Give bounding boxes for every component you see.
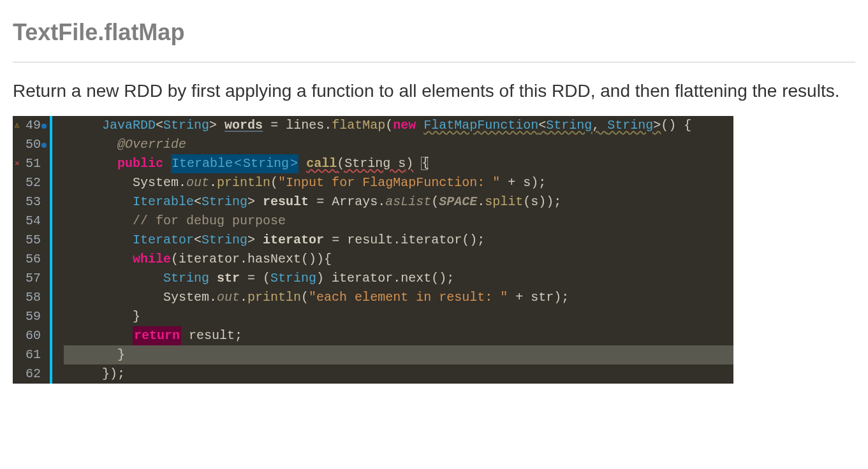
gutter: 49 50 51 52 53 54 55 56 57 58 59 60 61 6… (13, 116, 50, 384)
error-icon (13, 157, 22, 170)
gutter-line: 57 (13, 269, 50, 288)
gutter-line: 60 (13, 326, 50, 345)
gutter-line: 52 (13, 173, 50, 192)
breakpoint-icon (41, 116, 47, 135)
warning-icon (13, 119, 22, 132)
code-line: @Override (64, 135, 733, 154)
divider (13, 62, 855, 62)
code-line: Iterator<String> iterator = result.itera… (64, 231, 733, 250)
gutter-line: 61 (13, 345, 50, 364)
code-line: }); (64, 364, 733, 384)
gutter-line: 53 (13, 192, 50, 212)
gutter-line: 49 (13, 116, 50, 135)
code-line: } (64, 345, 733, 364)
breakpoint-icon (41, 135, 47, 154)
code-line: JavaRDD<String> words = lines.flatMap(ne… (64, 116, 733, 135)
gutter-line: 58 (13, 288, 50, 307)
gutter-line: 51 (13, 154, 50, 173)
code-line: } (64, 307, 733, 326)
code-line: while(iterator.hasNext()){ (64, 250, 733, 269)
cursor-icon: { (421, 157, 428, 170)
code-block: 49 50 51 52 53 54 55 56 57 58 59 60 61 6… (13, 116, 733, 384)
code-line: public Iterable<String> call(String s) { (64, 154, 733, 173)
gutter-line: 55 (13, 231, 50, 250)
gutter-line: 59 (13, 307, 50, 326)
code-line: Iterable<String> result = Arrays.asList(… (64, 192, 733, 212)
code-line: String str = (String) iterator.next(); (64, 269, 733, 288)
code-line: System.out.println("each element in resu… (64, 288, 733, 307)
gutter-line: 62 (13, 364, 50, 384)
code-line: // for debug purpose (64, 212, 733, 231)
gutter-line: 50 (13, 135, 50, 154)
code-area: JavaRDD<String> words = lines.flatMap(ne… (50, 116, 733, 384)
gutter-line: 56 (13, 250, 50, 269)
description-text: Return a new RDD by first applying a fun… (13, 78, 855, 105)
code-line: System.out.println("Input for FlagMapFun… (64, 173, 733, 192)
page-title: TextFile.flatMap (13, 19, 855, 46)
gutter-line: 54 (13, 212, 50, 231)
code-line: return result; (64, 326, 733, 345)
